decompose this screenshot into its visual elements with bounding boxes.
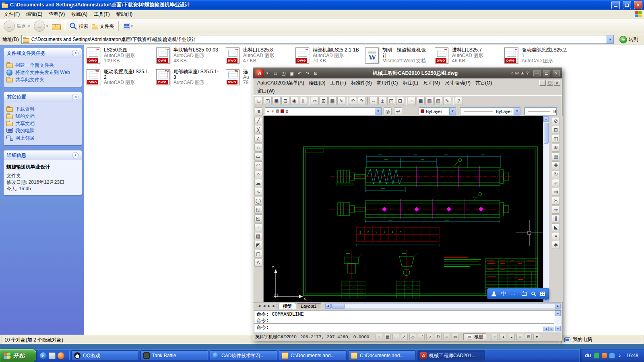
ie-icon[interactable]: e (40, 352, 47, 359)
folders-button[interactable]: 文件夹 (91, 22, 116, 31)
scroll-up-icon[interactable]: ▲ (555, 311, 561, 316)
network-status-icon[interactable] (609, 353, 615, 358)
minimize-button[interactable] (611, 1, 620, 9)
grid-icon[interactable]: ▦ (384, 334, 391, 340)
sidebar-item[interactable]: 创建一个新文件夹 (6, 62, 79, 68)
close-button[interactable]: × (634, 1, 642, 9)
break-icon[interactable]: ∦ (552, 214, 560, 222)
help-icon[interactable]: ? (455, 97, 463, 105)
sidebar-item[interactable]: 将这个文件夹发布到 Web (6, 70, 79, 75)
open-icon[interactable]: ◳ (280, 70, 287, 77)
panel-header-file-tasks[interactable]: 文件和文件夹任务 » (4, 48, 82, 58)
menu-item[interactable]: 标准件(S) (349, 79, 374, 87)
scroll-up-icon[interactable]: ▲ (543, 116, 549, 122)
command-scrollbar[interactable]: ▲ ▼ (555, 311, 561, 331)
annotation-scale-icon[interactable]: ◔ (491, 334, 498, 340)
menu-item[interactable]: 其它(O) (473, 79, 494, 87)
menu-item[interactable]: 标注(L) (400, 79, 421, 87)
canvas-horizontal-scrollbar[interactable]: ◀ ▶ (325, 303, 561, 309)
ime-chinese-mode[interactable]: 中 (501, 290, 506, 297)
tab-last-icon[interactable]: ▶│ (271, 304, 278, 308)
match-properties-icon[interactable]: ✎ (337, 97, 345, 105)
sheetset-icon[interactable]: ▧ (434, 97, 442, 105)
markup-icon[interactable]: ✎ (443, 97, 451, 105)
otrack-icon[interactable]: ⋰ (418, 334, 425, 340)
scroll-right-icon[interactable]: ▶ (549, 327, 554, 331)
menu-item[interactable]: 尺寸驱动(P) (442, 79, 473, 87)
ime-toolbar[interactable]: 中 ，。 (487, 288, 549, 299)
point-icon[interactable]: ∙ (254, 223, 262, 231)
polygon-icon[interactable]: ⌂ (254, 144, 262, 152)
file-tile[interactable]: TMDWG驱动端部总成LS25.2.1AutoCAD 图形 (504, 47, 572, 68)
plot-icon[interactable]: ⊡ (281, 97, 289, 105)
make-object-layer-current-icon[interactable]: ◎ (384, 107, 392, 115)
mtext-icon[interactable]: A (254, 259, 262, 267)
arc-icon[interactable]: ◠ (254, 161, 262, 169)
save-icon[interactable]: ▣ (272, 97, 281, 105)
scroll-thumb[interactable] (331, 304, 345, 309)
model-space-button[interactable]: ▤ 模型 (463, 333, 486, 340)
zoom-realtime-icon[interactable]: ± (378, 97, 386, 105)
maximize-button[interactable] (623, 1, 631, 9)
back-button[interactable]: ← 后退 ▼ (2, 20, 32, 33)
go-button[interactable]: ➜ 转到 (616, 36, 642, 43)
publish-icon[interactable]: ⇧ (299, 97, 307, 105)
language-indicator[interactable]: du (585, 353, 591, 358)
taskbar-button[interactable]: CAD软件技术学习... (210, 350, 277, 361)
ime-icon[interactable] (594, 353, 599, 358)
save-icon[interactable]: ▣ (288, 70, 295, 77)
clock[interactable]: 16:48 (626, 353, 638, 358)
gradient-icon[interactable]: ◩ (254, 241, 262, 249)
address-dropdown-icon[interactable]: ▼ (607, 35, 613, 43)
start-button[interactable]: 开始 (0, 349, 36, 362)
extend-icon[interactable]: ⇒ (552, 206, 560, 214)
tab-layout1[interactable]: Layout1 (297, 303, 321, 309)
favorites-icon[interactable]: ★ (520, 71, 524, 76)
ellipse-icon[interactable]: ◯ (254, 197, 262, 205)
chevron-up-icon[interactable]: » (72, 152, 78, 158)
taskbar-button[interactable]: Tank Battle (140, 350, 208, 361)
canvas-vertical-scrollbar[interactable]: ▲ ▼ (543, 116, 549, 302)
scroll-left-icon[interactable]: ◀ (325, 304, 331, 309)
stretch-icon[interactable]: ⇉ (552, 188, 560, 196)
redo-icon[interactable]: ↷ (358, 97, 366, 105)
make-block-icon[interactable]: ◰ (254, 214, 262, 222)
undo-icon[interactable]: ↶ (349, 97, 357, 105)
menu-item[interactable]: 常用件(C) (374, 79, 400, 87)
tab-next-icon[interactable]: ▶ (266, 304, 271, 308)
autocad-app-icon[interactable]: A (255, 69, 264, 77)
communication-center-icon[interactable]: ✉ (515, 71, 519, 76)
annotation-visibility-icon[interactable]: ◑ (500, 334, 506, 340)
scroll-right-icon[interactable]: ▶ (555, 304, 561, 309)
color-combo-caret-icon[interactable]: ▼ (449, 108, 456, 115)
array-icon[interactable]: ▦ (552, 152, 560, 160)
forward-button[interactable]: → ▼ (33, 20, 50, 33)
explode-icon[interactable]: ✱ (552, 241, 560, 249)
file-tile[interactable]: TMDWG端部机架LS25.2.1-1BAutoCAD 图形70 KB (295, 47, 363, 68)
osnap-icon[interactable]: ◇ (409, 334, 416, 340)
coordinates-readout[interactable]: 206.2177, 297.4260, 0.0000 (300, 335, 369, 339)
tab-first-icon[interactable]: │◀ (255, 304, 262, 308)
revision-cloud-icon[interactable]: ☁ (254, 179, 262, 187)
toolbar-lock-icon[interactable]: ⊠ (525, 334, 532, 340)
copy-icon[interactable]: ⊞ (552, 126, 560, 134)
panel-header-other-places[interactable]: 其它位置 » (4, 92, 82, 102)
menu-item[interactable]: AutoCAD2010菜单(A) (255, 79, 307, 87)
menu-item[interactable]: 编辑(E) (23, 10, 45, 19)
menu-item[interactable]: 工具(T) (91, 10, 113, 19)
ime-toolbox-icon[interactable] (522, 292, 527, 296)
construction-line-icon[interactable]: ╳ (254, 126, 262, 134)
linetype-combo-caret-icon[interactable]: ▼ (514, 108, 520, 115)
file-tile[interactable]: W胡刚—螺旋输送机设计Microsoft Word 文档 (365, 47, 433, 68)
taskbar-button[interactable]: C:\Documents and... (279, 350, 347, 361)
toolpalettes-icon[interactable]: ▥ (425, 97, 433, 105)
menu-item[interactable]: 窗口(W) (255, 87, 277, 95)
chevron-up-icon[interactable]: » (72, 94, 78, 100)
explorer-titlebar[interactable]: C:\Documents and Settings\Administrator\… (0, 0, 644, 10)
sidebar-item[interactable]: 共享文档 (6, 121, 79, 126)
doc-minimize-button[interactable]: — (539, 80, 546, 86)
open-icon[interactable]: ◳ (264, 97, 272, 105)
spline-icon[interactable]: ∿ (254, 188, 262, 196)
insert-block-icon[interactable]: ◱ (254, 206, 262, 214)
layer-combo[interactable]: ● ☀ 0 ▼ (265, 107, 382, 115)
